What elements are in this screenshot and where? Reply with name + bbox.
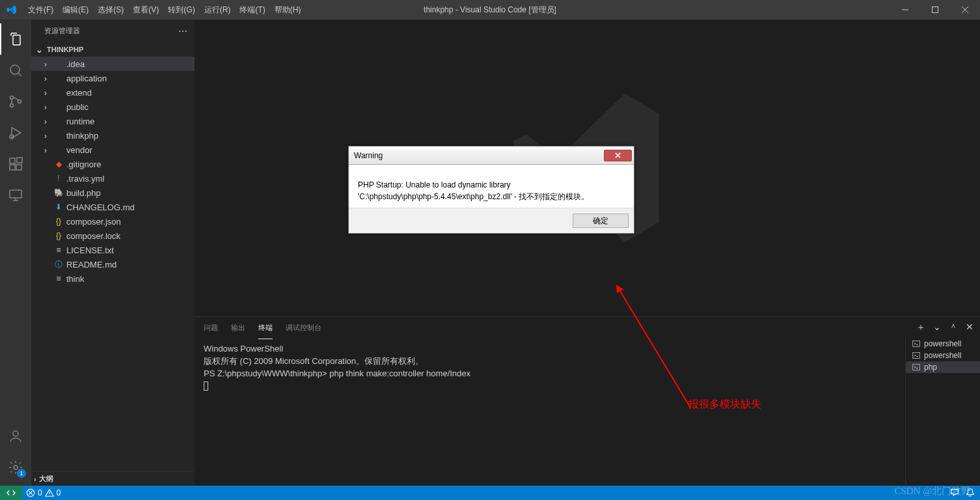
yml-icon: ! (53, 173, 64, 184)
svg-rect-8 (16, 165, 21, 170)
run-debug-icon[interactable] (0, 117, 31, 148)
folder-item[interactable]: ›extend (31, 85, 195, 100)
svg-rect-15 (913, 365, 920, 370)
tree-item-label: extend (66, 88, 92, 98)
menu-help[interactable]: 帮助(H) (271, 2, 305, 18)
terminal-session-php[interactable]: php (906, 361, 980, 373)
editor-area: 问题 输出 终端 调试控制台 ＋ ⌄ ＾ ✕ Windows PowerShel… (195, 20, 980, 486)
svg-rect-0 (932, 7, 938, 13)
settings-gear-icon[interactable]: 1 (0, 452, 31, 483)
close-panel-icon[interactable]: ✕ (966, 322, 973, 333)
chevron-right-icon: › (40, 145, 51, 155)
chevron-right-icon: › (40, 117, 51, 126)
menu-view[interactable]: 查看(V) (129, 2, 163, 18)
tab-output[interactable]: 输出 (231, 320, 245, 335)
close-window-button[interactable] (950, 0, 980, 20)
file-item[interactable]: ⬇CHANGELOG.md (31, 200, 195, 214)
terminal-session-powershell[interactable]: powershell (906, 338, 980, 350)
chevron-right-icon: › (40, 74, 51, 83)
outline-section-header[interactable]: › 大纲 (31, 471, 195, 486)
folder-icon (53, 102, 64, 112)
chevron-right-icon: › (34, 475, 36, 483)
file-item[interactable]: ◆.gitignore (31, 157, 195, 171)
window-controls (890, 0, 980, 20)
tree-item-label: LICENSE.txt (66, 245, 114, 255)
svg-point-11 (13, 431, 18, 436)
file-item[interactable]: ≡LICENSE.txt (31, 243, 195, 257)
file-item[interactable]: !.travis.yml (31, 171, 195, 186)
maximize-panel-icon[interactable]: ＾ (949, 322, 958, 333)
svg-point-12 (14, 465, 18, 469)
tree-item-label: CHANGELOG.md (66, 202, 135, 212)
status-problems[interactable]: 0 0 (22, 488, 64, 497)
terminal-output[interactable]: Windows PowerShell版权所有 (C) 2009 Microsof… (195, 338, 905, 486)
tree-item-label: think (66, 274, 84, 284)
folder-item[interactable]: ›.idea (31, 57, 195, 71)
new-terminal-icon[interactable]: ＋ (916, 322, 925, 333)
tab-terminal[interactable]: 终端 (258, 320, 273, 335)
menu-file[interactable]: 文件(F) (24, 2, 57, 18)
errors-count: 0 (38, 488, 42, 497)
dialog-titlebar[interactable]: Warning (349, 146, 634, 165)
svg-rect-10 (10, 190, 21, 198)
tree-item-label: vendor (66, 145, 92, 155)
split-terminal-icon[interactable]: ⌄ (933, 322, 941, 333)
tree-item-label: application (66, 74, 107, 83)
tree-item-label: .gitignore (66, 160, 101, 169)
remote-explorer-icon[interactable] (0, 180, 31, 211)
accounts-icon[interactable] (0, 421, 31, 452)
file-item[interactable]: 🐘build.php (31, 186, 195, 200)
terminal-session-powershell[interactable]: powershell (906, 350, 980, 361)
remote-indicator[interactable] (0, 486, 22, 500)
explorer-icon[interactable] (0, 23, 31, 55)
tab-problems[interactable]: 问题 (204, 320, 218, 335)
search-icon[interactable] (0, 55, 31, 86)
svg-point-1 (10, 65, 20, 74)
menu-terminal[interactable]: 终端(T) (236, 2, 269, 18)
json-icon: {} (53, 216, 64, 227)
folder-item[interactable]: ›application (31, 71, 195, 85)
tree-item-label: build.php (66, 188, 101, 198)
explorer-header: 资源管理器 ⋯ (31, 20, 195, 42)
php-icon: 🐘 (53, 188, 64, 198)
folder-item[interactable]: ›public (31, 100, 195, 114)
chevron-right-icon: › (40, 88, 51, 98)
explorer-title: 资源管理器 (44, 26, 80, 36)
file-item[interactable]: ⓘREADME.md (31, 257, 195, 271)
project-section-header[interactable]: ⌄ THINKPHP (31, 42, 195, 57)
menu-run[interactable]: 运行(R) (200, 2, 235, 18)
menu-go[interactable]: 转到(G) (164, 2, 198, 18)
tab-debug-console[interactable]: 调试控制台 (286, 320, 321, 335)
project-name: THINKPHP (47, 46, 83, 53)
folder-icon (53, 145, 64, 155)
warnings-count: 0 (57, 488, 61, 497)
file-item[interactable]: ≡think (31, 271, 195, 286)
menu-edit[interactable]: 编辑(E) (59, 2, 92, 18)
file-item[interactable]: {}composer.json (31, 214, 195, 229)
folder-item[interactable]: ›thinkphp (31, 128, 195, 143)
title-bar: 文件(F) 编辑(E) 选择(S) 查看(V) 转到(G) 运行(R) 终端(T… (0, 0, 980, 20)
menu-selection[interactable]: 选择(S) (94, 2, 128, 18)
folder-item[interactable]: ›runtime (31, 114, 195, 128)
source-control-icon[interactable] (0, 86, 31, 117)
dialog-close-button[interactable] (604, 150, 632, 161)
file-item[interactable]: {}composer.lock (31, 229, 195, 243)
chevron-right-icon: › (40, 59, 51, 69)
folder-icon (53, 73, 64, 83)
tree-item-label: composer.json (66, 217, 121, 227)
tree-item-label: README.md (66, 260, 116, 270)
md-icon: ⬇ (53, 202, 64, 212)
explorer-more-icon[interactable]: ⋯ (178, 26, 188, 36)
folder-item[interactable]: ›vendor (31, 143, 195, 157)
window-title: thinkphp - Visual Studio Code [管理员] (424, 5, 556, 16)
dialog-ok-button[interactable]: 确定 (573, 214, 629, 228)
svg-rect-13 (913, 341, 920, 347)
bottom-panel: 问题 输出 终端 调试控制台 ＋ ⌄ ＾ ✕ Windows PowerShel… (195, 316, 980, 486)
txt-icon: ≡ (53, 245, 64, 255)
dialog-line-1: PHP Startup: Unable to load dynamic libr… (358, 179, 625, 191)
extensions-icon[interactable] (0, 148, 31, 180)
maximize-button[interactable] (920, 0, 950, 20)
svg-rect-7 (10, 165, 15, 170)
minimize-button[interactable] (890, 0, 920, 20)
annotation-text: 报很多模块缺失 (688, 398, 761, 411)
